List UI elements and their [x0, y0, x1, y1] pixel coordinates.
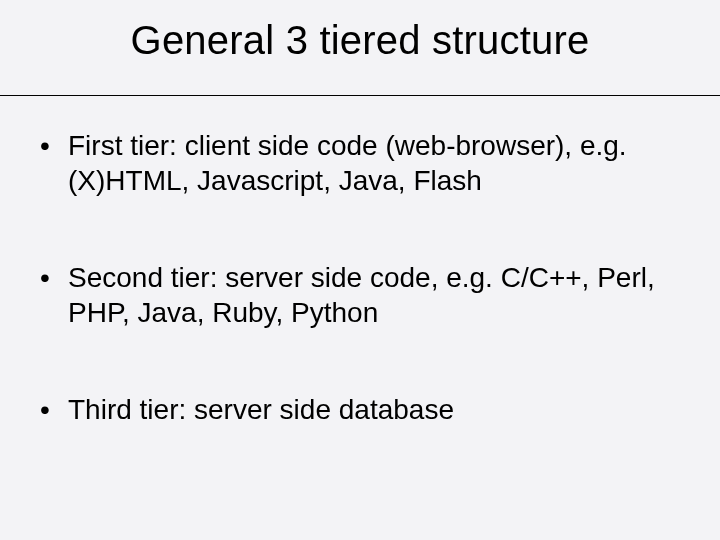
list-item: Third tier: server side database — [36, 392, 684, 427]
slide-title: General 3 tiered structure — [131, 18, 590, 62]
list-item: Second tier: server side code, e.g. C/C+… — [36, 260, 684, 330]
list-item: First tier: client side code (web-browse… — [36, 128, 684, 198]
slide-body: First tier: client side code (web-browse… — [36, 128, 684, 489]
bullet-list: First tier: client side code (web-browse… — [36, 128, 684, 427]
title-area: General 3 tiered structure — [0, 0, 720, 96]
slide: General 3 tiered structure First tier: c… — [0, 0, 720, 540]
